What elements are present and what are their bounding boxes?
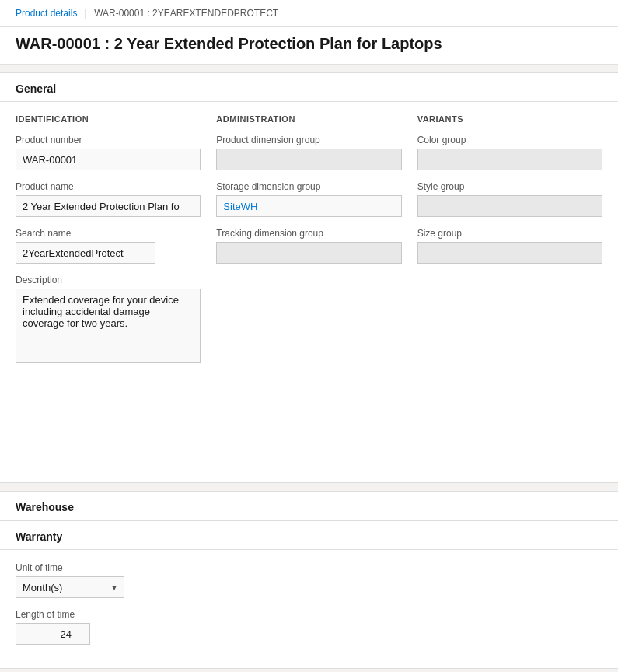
- breadcrumb-separator: |: [85, 8, 87, 19]
- storage-dimension-group-field: Storage dimension group SiteWH: [216, 181, 401, 217]
- tracking-dimension-group-input[interactable]: [216, 242, 401, 264]
- identification-column: IDENTIFICATION Product number Product na…: [16, 114, 216, 376]
- style-group-field: Style group: [417, 181, 602, 217]
- variants-header: VARIANTS: [417, 114, 602, 124]
- general-section-body: IDENTIFICATION Product number Product na…: [0, 102, 618, 482]
- unit-of-time-label: Unit of time: [16, 562, 602, 573]
- style-group-input[interactable]: [417, 195, 602, 217]
- general-section-header: General: [0, 73, 618, 102]
- product-name-input[interactable]: [16, 195, 201, 217]
- general-columns: IDENTIFICATION Product number Product na…: [16, 114, 602, 376]
- tracking-dimension-group-field: Tracking dimension group: [216, 228, 401, 264]
- length-of-time-label: Length of time: [16, 609, 602, 620]
- breadcrumb: Product details | WAR-00001 : 2YEAREXTEN…: [0, 0, 618, 27]
- breadcrumb-current: WAR-00001 : 2YEAREXTENDEDPROTECT: [94, 8, 278, 19]
- color-group-label: Color group: [417, 135, 602, 145]
- product-dimension-group-input[interactable]: [216, 149, 401, 170]
- size-group-input[interactable]: [417, 242, 602, 264]
- search-name-input[interactable]: [16, 242, 155, 264]
- tracking-dimension-group-label: Tracking dimension group: [216, 228, 401, 239]
- description-label: Description: [16, 275, 201, 285]
- page-title: WAR-00001 : 2 Year Extended Protection P…: [0, 27, 618, 65]
- warranty-section: Warranty Unit of time Month(s) Day(s) Ye…: [0, 520, 618, 669]
- product-number-input[interactable]: [16, 149, 201, 170]
- breadcrumb-link[interactable]: Product details: [16, 8, 77, 19]
- search-name-label: Search name: [16, 228, 201, 239]
- product-name-label: Product name: [16, 181, 201, 192]
- administration-column: ADMINISTRATION Product dimension group S…: [216, 114, 417, 376]
- storage-dimension-group-link[interactable]: SiteWH: [223, 201, 257, 212]
- unit-of-time-select-wrap: Month(s) Day(s) Year(s) ▼: [16, 576, 124, 598]
- product-number-field: Product number: [16, 135, 201, 170]
- length-of-time-field: Length of time: [16, 609, 602, 645]
- product-dimension-group-label: Product dimension group: [216, 135, 401, 145]
- product-number-label: Product number: [16, 135, 201, 145]
- unit-of-time-field: Unit of time Month(s) Day(s) Year(s) ▼: [16, 562, 602, 598]
- warranty-section-body: Unit of time Month(s) Day(s) Year(s) ▼ L…: [0, 550, 618, 668]
- product-dimension-group-field: Product dimension group: [216, 135, 401, 170]
- warehouse-section: Warehouse: [0, 491, 618, 520]
- size-group-label: Size group: [417, 228, 602, 239]
- warranty-section-header: Warranty: [0, 521, 618, 550]
- identification-header: IDENTIFICATION: [16, 114, 201, 124]
- search-name-field: Search name: [16, 228, 201, 264]
- general-spacer: [16, 376, 602, 470]
- description-textarea[interactable]: Extended coverage for your device includ…: [16, 289, 201, 363]
- color-group-field: Color group: [417, 135, 602, 170]
- storage-dimension-group-label: Storage dimension group: [216, 181, 401, 192]
- variants-column: VARIANTS Color group Style group Size gr…: [417, 114, 602, 376]
- style-group-label: Style group: [417, 181, 602, 192]
- warehouse-section-header: Warehouse: [0, 492, 618, 520]
- length-of-time-input[interactable]: [16, 623, 90, 645]
- administration-header: ADMINISTRATION: [216, 114, 401, 124]
- size-group-field: Size group: [417, 228, 602, 264]
- description-field: Description Extended coverage for your d…: [16, 275, 201, 366]
- color-group-input[interactable]: [417, 149, 602, 170]
- product-name-field: Product name: [16, 181, 201, 217]
- unit-of-time-select[interactable]: Month(s) Day(s) Year(s): [16, 576, 124, 598]
- storage-dimension-group-input: SiteWH: [216, 195, 401, 217]
- general-section: General IDENTIFICATION Product number Pr…: [0, 72, 618, 483]
